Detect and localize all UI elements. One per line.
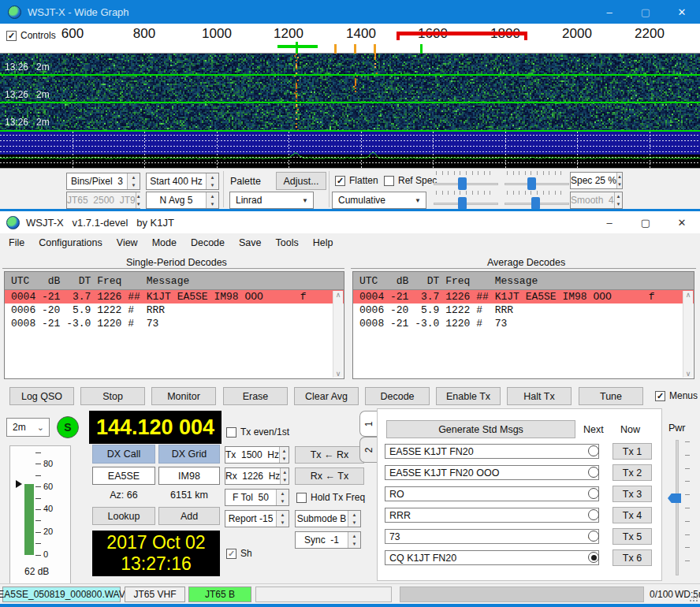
- tx-even-checkbox[interactable]: Tx even/1st: [226, 426, 289, 438]
- frequency-scale[interactable]: ✓ Controls 600 800 1000 1200 1400 1600 1…: [0, 24, 700, 54]
- decode-row[interactable]: 0004 -21 3.7 1226 ## K1JT EA5SE IM98 OOO…: [353, 290, 694, 304]
- tx6-next-radio[interactable]: [588, 552, 599, 563]
- waterfall-display[interactable]: [0, 54, 700, 168]
- dx-grid-button[interactable]: DX Grid: [158, 445, 220, 464]
- n-avg-spinbox[interactable]: N Avg 5 ▲▼: [146, 192, 219, 209]
- add-button[interactable]: Add: [158, 507, 220, 525]
- controls-checkbox-box[interactable]: ✓: [6, 31, 17, 41]
- tx1-now-button[interactable]: Tx 1: [612, 443, 652, 460]
- gain-slider-1[interactable]: [432, 170, 500, 191]
- tx6-now-button[interactable]: Tx 6: [612, 549, 652, 566]
- tx6-message-field[interactable]: [385, 550, 599, 565]
- enable-tx-button[interactable]: Enable Tx: [436, 387, 501, 405]
- menu-configurations[interactable]: Configurations: [32, 234, 110, 251]
- tx5-now-button[interactable]: Tx 5: [612, 528, 652, 545]
- stop-button[interactable]: Stop: [80, 387, 145, 405]
- tx1-message-field[interactable]: [385, 444, 599, 459]
- spec-percent-spinbox[interactable]: Spec 25 % ▲▼: [570, 172, 623, 189]
- clear-avg-button[interactable]: Clear Avg: [294, 387, 359, 405]
- minimize-icon[interactable]: –: [591, 0, 627, 24]
- main-titlebar[interactable]: WSJT-X v1.7.1-devel by K1JT – ▢ ✕: [0, 211, 700, 233]
- spin-up-icon[interactable]: ▲: [207, 173, 218, 181]
- report-spinbox[interactable]: Report -15 ▲▼: [225, 510, 289, 527]
- resize-grip[interactable]: [689, 593, 698, 602]
- tx3-next-radio[interactable]: [588, 488, 599, 499]
- tx2-next-radio[interactable]: [588, 467, 599, 478]
- tx-freq-spinbox[interactable]: Tx 1500 Hz ▲▼: [225, 446, 289, 464]
- decode-row[interactable]: 0008 -21 -3.0 1220 # 73: [353, 317, 694, 330]
- ref-spec-checkbox[interactable]: Ref Spec: [384, 175, 437, 186]
- palette-combo[interactable]: Linrad ▼: [229, 192, 314, 209]
- maximize-icon[interactable]: ▢: [627, 0, 664, 24]
- close-icon[interactable]: ✕: [664, 211, 700, 233]
- scroll-down-icon[interactable]: ∨: [686, 370, 691, 378]
- slider-handle[interactable]: [458, 177, 467, 190]
- tx1-next-radio[interactable]: [588, 445, 599, 456]
- wide-graph-titlebar[interactable]: WSJT-X - Wide Graph – ▢ ✕: [0, 0, 700, 24]
- single-period-decodes-table[interactable]: UTC dB DT Freq Message 0004 -21 3.7 1226…: [4, 271, 344, 379]
- pwr-slider-handle[interactable]: [668, 493, 681, 503]
- pwr-slider[interactable]: [676, 440, 679, 575]
- scroll-up-icon[interactable]: ∧: [686, 291, 691, 299]
- menu-tools[interactable]: Tools: [269, 234, 306, 251]
- slider-handle[interactable]: [531, 197, 540, 210]
- tx5-next-radio[interactable]: [588, 531, 599, 542]
- tx2-message-field[interactable]: [385, 465, 599, 480]
- decode-row[interactable]: 0004 -21 3.7 1226 ## K1JT EA5SE IM98 OOO…: [5, 290, 344, 304]
- menu-view[interactable]: View: [110, 234, 145, 251]
- rx-from-tx-button[interactable]: Rx ← Tx: [295, 467, 364, 485]
- tune-button[interactable]: Tune: [579, 387, 643, 405]
- zero-slider-1[interactable]: [503, 170, 571, 191]
- dx-call-field[interactable]: [92, 467, 155, 485]
- slider-handle[interactable]: [527, 177, 536, 190]
- scrollbar[interactable]: ∧ ∨: [683, 291, 693, 378]
- erase-button[interactable]: Erase: [223, 387, 288, 405]
- tx5-message-combo[interactable]: 73 ⌄: [385, 529, 599, 544]
- menus-checkbox[interactable]: ✓ Menus: [655, 390, 698, 401]
- decode-row[interactable]: 0008 -21 -3.0 1220 # 73: [5, 317, 344, 330]
- adjust-button[interactable]: Adjust...: [276, 172, 326, 190]
- tx4-now-button[interactable]: Tx 4: [612, 507, 652, 523]
- lookup-button[interactable]: Lookup: [92, 507, 155, 525]
- scroll-down-icon[interactable]: ∨: [336, 370, 341, 378]
- spin-up-icon[interactable]: ▲: [128, 173, 140, 181]
- bins-pixel-spinbox[interactable]: Bins/Pixel 3 ▲▼: [66, 173, 140, 190]
- close-icon[interactable]: ✕: [664, 0, 700, 24]
- tab-2[interactable]: 2: [359, 437, 378, 463]
- maximize-icon[interactable]: ▢: [627, 211, 664, 233]
- log-qso-button[interactable]: Log QSO: [9, 387, 74, 405]
- decode-row[interactable]: 0006 -20 5.9 1222 # RRR: [5, 304, 344, 317]
- gain-slider-2[interactable]: [432, 190, 500, 210]
- menu-help[interactable]: Help: [306, 234, 341, 251]
- spin-down-icon[interactable]: ▼: [128, 181, 140, 189]
- zero-slider-2[interactable]: [503, 190, 571, 210]
- tx3-now-button[interactable]: Tx 3: [612, 486, 652, 502]
- rx-freq-spinbox[interactable]: Rx 1226 Hz ▲▼: [225, 467, 289, 485]
- decode-button[interactable]: Decode: [365, 387, 430, 405]
- dx-call-button[interactable]: DX Call: [92, 445, 155, 464]
- average-decodes-table[interactable]: UTC dB DT Freq Message 0004 -21 3.7 1226…: [352, 271, 694, 379]
- band-select-combo[interactable]: 2m ⌄: [6, 418, 50, 437]
- menu-save[interactable]: Save: [232, 234, 269, 251]
- tx4-next-radio[interactable]: [588, 509, 599, 520]
- tx4-message-field[interactable]: [385, 508, 599, 523]
- decode-row[interactable]: 0006 -20 5.9 1222 # RRR: [353, 304, 694, 317]
- sh-checkbox[interactable]: ✓ Sh: [226, 548, 252, 559]
- menu-file[interactable]: File: [2, 234, 32, 251]
- minimize-icon[interactable]: –: [591, 211, 627, 233]
- start-freq-spinbox[interactable]: Start 400 Hz ▲▼: [146, 173, 219, 190]
- sync-spinbox[interactable]: Sync -1 ▲▼: [295, 531, 361, 549]
- submode-spinbox[interactable]: Submode B ▲▼: [295, 510, 361, 527]
- scrollbar[interactable]: ∧ ∨: [333, 291, 343, 378]
- menu-decode[interactable]: Decode: [184, 234, 232, 251]
- spin-down-icon[interactable]: ▼: [207, 181, 218, 189]
- generate-std-msgs-button[interactable]: Generate Std Msgs: [386, 420, 575, 438]
- halt-tx-button[interactable]: Halt Tx: [507, 387, 572, 405]
- f-tol-spinbox[interactable]: F Tol 50 ▲▼: [225, 489, 289, 506]
- hold-tx-freq-checkbox[interactable]: Hold Tx Freq: [296, 492, 365, 503]
- display-mode-combo[interactable]: Cumulative ▼: [332, 192, 426, 209]
- scroll-up-icon[interactable]: ∧: [336, 291, 341, 299]
- dx-grid-field[interactable]: [158, 467, 220, 485]
- slider-handle[interactable]: [458, 197, 467, 210]
- menu-mode[interactable]: Mode: [145, 234, 184, 251]
